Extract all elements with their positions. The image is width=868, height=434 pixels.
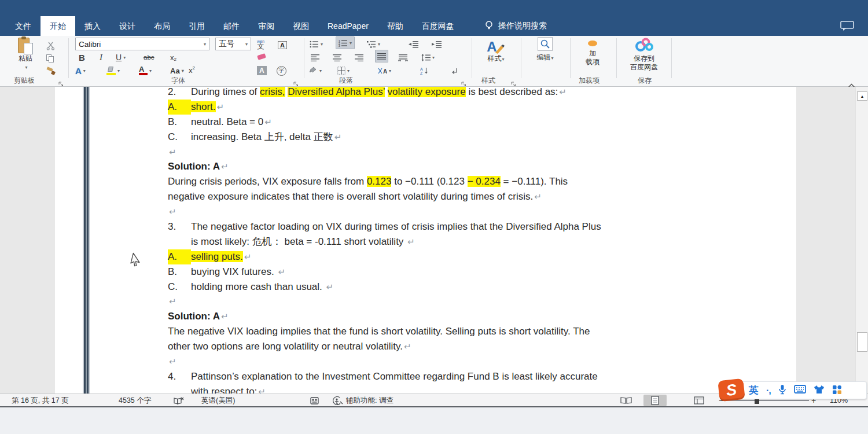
copy-icon — [46, 54, 54, 62]
editing-button[interactable]: 编辑 — [525, 37, 565, 62]
subscript-button[interactable]: x2 — [170, 51, 868, 64]
clear-formatting-button[interactable] — [257, 51, 267, 64]
text-run: buying VIX futures. — [191, 266, 277, 277]
menu-tab[interactable]: 引用 — [179, 16, 214, 36]
bullets-button[interactable] — [310, 38, 323, 50]
paste-button[interactable]: 粘贴 — [9, 37, 42, 72]
ime-skin-icon[interactable] — [814, 385, 825, 396]
shading-button[interactable] — [308, 64, 322, 77]
scrollbar-thumb[interactable] — [857, 332, 867, 352]
save-to-baidu-button[interactable]: 保存到 百度网盘 — [619, 37, 669, 72]
list-marker: B. — [168, 115, 191, 130]
text-effects-button[interactable]: A — [75, 64, 86, 77]
distribute-text-button[interactable] — [398, 51, 408, 64]
align-center-icon — [333, 54, 341, 61]
menu-tab[interactable]: 帮助 — [378, 16, 413, 36]
menu-tab[interactable]: 审阅 — [249, 16, 284, 36]
ime-microphone-icon[interactable] — [778, 384, 786, 397]
ime-keyboard-icon[interactable] — [794, 385, 806, 396]
superscript-button[interactable]: x2 — [189, 64, 868, 76]
clipboard-dialog-launcher-icon[interactable] — [58, 79, 64, 84]
print-layout-button[interactable] — [643, 395, 667, 406]
menu-tab[interactable]: ReadPaper — [318, 16, 378, 36]
font-color-button[interactable]: A — [139, 64, 152, 77]
underline-button[interactable]: U — [116, 51, 126, 64]
document-text: 2.During times of crisis, Diversified Al… — [168, 87, 855, 393]
accessibility-status[interactable]: 辅助功能: 调查 — [346, 394, 393, 407]
character-border-button[interactable]: A — [278, 39, 287, 52]
borders-button[interactable] — [337, 64, 350, 77]
macro-record-icon[interactable] — [310, 394, 319, 407]
justify-button[interactable] — [375, 50, 388, 62]
format-painter-button[interactable] — [46, 65, 55, 78]
svg-text:A: A — [383, 68, 387, 75]
line-spacing-button[interactable] — [421, 51, 435, 64]
accessibility-icon[interactable] — [332, 394, 343, 407]
vertical-scrollbar[interactable]: ▲ — [855, 87, 868, 393]
show-hide-marks-button[interactable] — [450, 64, 458, 77]
scroll-up-button[interactable]: ▲ — [857, 91, 867, 101]
text-run: = −0.111). This — [501, 176, 568, 187]
ime-toolbar[interactable]: S 英 ·, — [719, 380, 867, 400]
paragraph-dialog-launcher-icon[interactable] — [461, 79, 466, 84]
web-layout-button[interactable] — [689, 395, 709, 406]
list-marker: C. — [168, 130, 191, 145]
read-mode-button[interactable] — [617, 395, 635, 406]
comment-icon[interactable] — [840, 21, 854, 34]
strikethrough-button[interactable]: abc — [144, 51, 155, 64]
text-highlight-button[interactable] — [106, 64, 120, 77]
page-indicator[interactable]: 第 16 页, 共 17 页 — [12, 394, 69, 407]
change-case-button[interactable]: Aa — [170, 64, 184, 77]
text-run: During crisis periods, VIX exposure fall… — [168, 176, 367, 187]
align-center-button[interactable] — [333, 51, 341, 64]
menu-tab[interactable]: 视图 — [284, 16, 318, 36]
add-ins-button[interactable]: 加 载项 — [574, 37, 611, 67]
paragraph-mark-icon — [450, 67, 458, 75]
align-right-button[interactable] — [355, 51, 363, 64]
list-marker: A. — [168, 249, 191, 264]
menu-tab[interactable]: 文件 — [6, 16, 41, 36]
menu-tab[interactable]: 邮件 — [214, 16, 249, 36]
enclose-characters-button[interactable]: 字 — [277, 64, 286, 77]
tell-me-search[interactable]: 操作说明搜索 — [484, 16, 547, 36]
decrease-indent-button[interactable] — [409, 38, 418, 50]
tell-me-label[interactable]: 操作说明搜索 — [498, 21, 547, 31]
ime-language-mode[interactable]: 英 — [749, 384, 759, 397]
character-shading-button[interactable]: A — [257, 64, 267, 77]
phonetic-guide-button[interactable]: wén 文 — [257, 38, 264, 50]
bold-button[interactable]: B — [79, 51, 85, 64]
menu-tab[interactable]: 布局 — [145, 16, 179, 36]
cut-button[interactable] — [46, 39, 55, 52]
menu-tab[interactable]: 百度网盘 — [413, 16, 464, 36]
asian-layout-button[interactable]: A — [378, 64, 391, 77]
ime-toolbox-icon[interactable] — [832, 385, 842, 396]
font-dialog-launcher-icon[interactable] — [293, 79, 299, 84]
menu-tab[interactable]: 设计 — [110, 16, 145, 36]
menu-tab[interactable]: 开始 — [41, 16, 75, 36]
multilevel-list-button[interactable] — [367, 38, 380, 50]
menu-tab[interactable]: 插入 — [75, 16, 110, 36]
copy-button[interactable] — [46, 52, 54, 65]
text-run: is best described as: — [466, 87, 558, 97]
ime-punctuation-icon[interactable]: ·, — [766, 385, 771, 396]
font-size-value: 五号 — [219, 39, 234, 49]
proofing-errors-icon[interactable] — [174, 394, 184, 407]
sort-button[interactable]: AZ — [420, 64, 429, 77]
increase-indent-button[interactable] — [432, 38, 442, 50]
word-count[interactable]: 4535 个字 — [119, 394, 151, 407]
font-name-combo[interactable]: Calibri — [75, 38, 209, 50]
italic-button[interactable]: I — [100, 51, 102, 64]
align-left-button[interactable] — [311, 51, 319, 64]
font-size-combo[interactable]: 五号 — [215, 38, 251, 50]
text-run: − 0.234 — [468, 176, 501, 187]
align-right-icon — [355, 54, 363, 61]
text-run: Solution: A — [168, 311, 220, 322]
styles-dialog-launcher-icon[interactable] — [510, 79, 516, 84]
paragraph-group-label: 段落 — [339, 76, 353, 86]
language-indicator[interactable]: 英语(美国) — [201, 394, 235, 407]
add-in-dot-icon — [588, 41, 597, 46]
document-line: The negative VIX loading implies that th… — [168, 324, 855, 339]
styles-button[interactable]: A 样式 — [476, 37, 516, 64]
sogou-logo-icon[interactable]: S — [718, 378, 745, 402]
numbering-button[interactable]: 123 — [336, 36, 355, 49]
